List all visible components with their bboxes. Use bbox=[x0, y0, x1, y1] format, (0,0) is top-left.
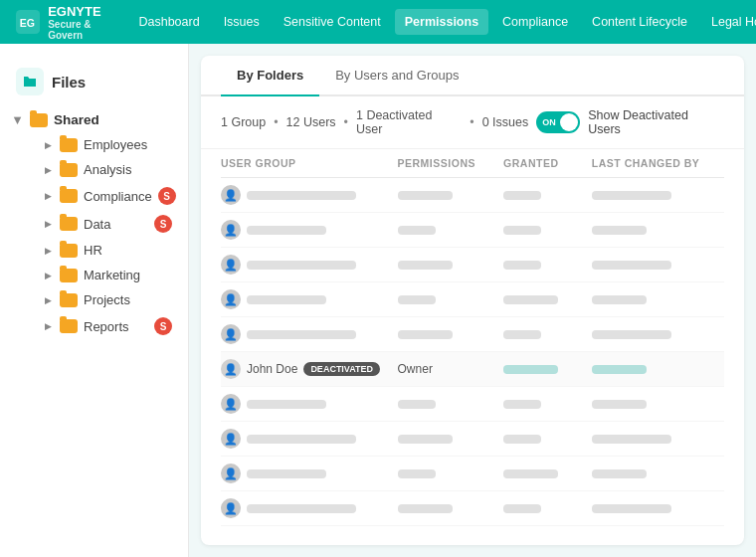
skeleton-changed bbox=[592, 504, 671, 513]
skeleton-changed bbox=[592, 469, 647, 478]
skeleton-changed bbox=[592, 400, 647, 409]
nav-issues[interactable]: Issues bbox=[214, 9, 270, 35]
col-last-changed: LAST CHANGED BY bbox=[592, 157, 724, 169]
skeleton-changed bbox=[592, 295, 647, 304]
teal-skeleton bbox=[503, 365, 558, 374]
folder-icon bbox=[60, 163, 78, 177]
nav-content-lifecycle[interactable]: Content Lifecycle bbox=[582, 9, 697, 35]
nav-legal-holds[interactable]: Legal Holds bbox=[701, 9, 756, 35]
user-count: 12 Users bbox=[286, 115, 336, 129]
main-layout: Files ▶ Shared ▶ Employees ▶ Analysis ▶ … bbox=[0, 44, 756, 557]
skeleton-perm bbox=[398, 295, 436, 304]
stats-bar: 1 Group • 12 Users • 1 Deactivated User … bbox=[201, 96, 744, 149]
folder-icon bbox=[60, 217, 78, 231]
sensitive-badge: S bbox=[158, 187, 176, 205]
sidebar-item-employees[interactable]: ▶ Employees bbox=[0, 132, 188, 157]
sidebar-item-data[interactable]: ▶ Data S bbox=[0, 210, 188, 238]
skeleton-name bbox=[247, 330, 356, 339]
sidebar-item-compliance[interactable]: ▶ Compliance S bbox=[0, 182, 188, 210]
main-content: By Folders By Users and Groups 1 Group •… bbox=[189, 44, 756, 557]
user-icon: 👤 bbox=[221, 324, 241, 344]
skeleton-name bbox=[247, 261, 356, 270]
sidebar-item-analysis[interactable]: ▶ Analysis bbox=[0, 157, 188, 182]
skeleton-granted bbox=[503, 400, 541, 409]
skeleton-granted bbox=[503, 191, 541, 200]
skeleton-perm bbox=[398, 469, 436, 478]
folder-icon bbox=[60, 269, 78, 282]
chevron-right-icon: ▶ bbox=[42, 164, 54, 176]
skeleton-changed bbox=[592, 191, 671, 200]
issues-count: 0 Issues bbox=[482, 115, 529, 129]
tab-by-folders[interactable]: By Folders bbox=[221, 56, 319, 96]
table-row: 👤 bbox=[221, 282, 724, 317]
sensitive-badge: S bbox=[154, 317, 172, 335]
skeleton-perm bbox=[398, 261, 453, 270]
skeleton-granted bbox=[503, 504, 541, 513]
chevron-right-icon: ▶ bbox=[42, 294, 54, 306]
skeleton-name bbox=[247, 295, 326, 304]
table-row: 👤 bbox=[221, 422, 724, 457]
nav-permissions[interactable]: Permissions bbox=[395, 9, 488, 35]
sidebar-item-reports[interactable]: ▶ Reports S bbox=[0, 312, 188, 340]
user-icon-deactivated: 👤 bbox=[221, 359, 241, 379]
sidebar-item-marketing[interactable]: ▶ Marketing bbox=[0, 263, 188, 287]
app-logo: EG EGNYTE Secure & Govern bbox=[16, 4, 108, 41]
skeleton-name bbox=[247, 469, 326, 478]
sidebar: Files ▶ Shared ▶ Employees ▶ Analysis ▶ … bbox=[0, 44, 189, 557]
sensitive-badge: S bbox=[154, 215, 172, 233]
table-row-deactivated: 👤 John Doe DEACTIVATED Owner bbox=[221, 352, 724, 387]
skeleton-name bbox=[247, 191, 356, 200]
top-navigation: EG EGNYTE Secure & Govern Dashboard Issu… bbox=[0, 0, 756, 44]
folder-label: Data bbox=[84, 217, 148, 232]
skeleton-perm bbox=[398, 191, 453, 200]
folder-icon bbox=[30, 113, 48, 127]
folder-icon bbox=[60, 244, 78, 258]
user-icon: 👤 bbox=[221, 220, 241, 240]
nav-sensitive-content[interactable]: Sensitive Content bbox=[274, 9, 391, 35]
dot-separator: • bbox=[344, 115, 348, 129]
skeleton-granted bbox=[503, 330, 541, 339]
skeleton-changed bbox=[592, 226, 647, 235]
skeleton-granted bbox=[503, 261, 541, 270]
sidebar-item-projects[interactable]: ▶ Projects bbox=[0, 287, 188, 312]
teal-skeleton bbox=[592, 365, 647, 374]
toggle-knob bbox=[560, 113, 578, 131]
deactivated-badge: DEACTIVATED bbox=[303, 362, 380, 376]
user-icon: 👤 bbox=[221, 429, 241, 449]
folder-label: HR bbox=[84, 243, 172, 258]
tab-bar: By Folders By Users and Groups bbox=[201, 56, 744, 96]
user-icon: 👤 bbox=[221, 255, 241, 275]
skeleton-granted bbox=[503, 226, 541, 235]
folder-label: Marketing bbox=[84, 268, 172, 282]
user-icon: 👤 bbox=[221, 289, 241, 309]
permissions-table: USER GROUP PERMISSIONS GRANTED LAST CHAN… bbox=[201, 149, 744, 545]
owner-permission: Owner bbox=[398, 362, 433, 376]
deactivated-count: 1 Deactivated User bbox=[356, 108, 462, 136]
sidebar-item-hr[interactable]: ▶ HR bbox=[0, 238, 188, 263]
show-deactivated-toggle[interactable]: ON bbox=[536, 111, 580, 133]
skeleton-perm bbox=[398, 330, 453, 339]
chevron-right-icon: ▶ bbox=[42, 320, 54, 332]
nav-compliance[interactable]: Compliance bbox=[492, 9, 578, 35]
table-row: 👤 bbox=[221, 387, 724, 422]
folder-label: Projects bbox=[84, 292, 172, 307]
skeleton-perm bbox=[398, 400, 436, 409]
skeleton-name bbox=[247, 435, 356, 444]
tab-by-users-and-groups[interactable]: By Users and Groups bbox=[319, 56, 474, 96]
nav-dashboard[interactable]: Dashboard bbox=[128, 9, 209, 35]
sidebar-item-shared[interactable]: ▶ Shared bbox=[0, 107, 188, 132]
skeleton-name bbox=[247, 504, 356, 513]
folder-icon bbox=[60, 293, 78, 307]
skeleton-perm bbox=[398, 504, 453, 513]
user-icon: 👤 bbox=[221, 185, 241, 205]
shared-label: Shared bbox=[54, 112, 99, 127]
files-icon bbox=[16, 68, 44, 95]
folder-icon bbox=[60, 189, 78, 203]
chevron-right-icon: ▶ bbox=[42, 190, 54, 202]
chevron-right-icon: ▶ bbox=[42, 245, 54, 257]
skeleton-changed bbox=[592, 330, 671, 339]
folder-icon bbox=[60, 319, 78, 333]
table-row: 👤 bbox=[221, 491, 724, 526]
folder-icon bbox=[60, 138, 78, 152]
table-row: 👤 bbox=[221, 248, 724, 282]
